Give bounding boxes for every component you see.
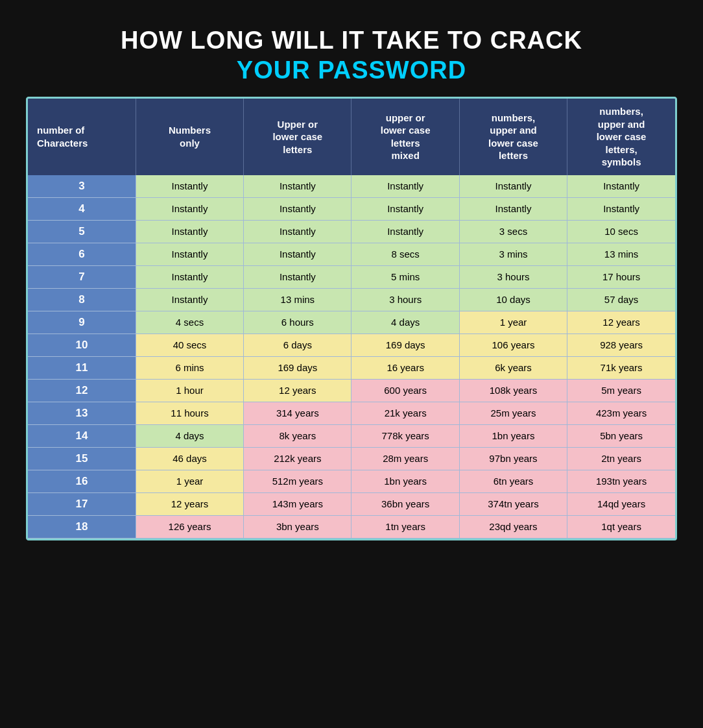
upper-lower-cell: Instantly (244, 220, 352, 243)
upper-lower-cell: 512m years (244, 470, 352, 492)
all-cell: 193tn years (567, 470, 675, 492)
upper-lower-cell: 314 years (244, 402, 352, 424)
char-count-cell: 10 (28, 334, 136, 356)
upper-lower-cell: 6 hours (244, 311, 352, 334)
all-cell: 2tn years (567, 447, 675, 470)
title-line1: HOW LONG WILL IT TAKE TO CRACK (26, 26, 677, 56)
all-cell: 12 years (567, 311, 675, 334)
char-count-cell: 4 (28, 197, 136, 220)
numbers-only-cell: Instantly (136, 243, 243, 265)
mixed-cell: 5 mins (352, 265, 459, 288)
numbers-only-cell: Instantly (136, 265, 243, 288)
upper-lower-cell: 8k years (244, 424, 352, 447)
upper-lower-cell: 13 mins (244, 288, 352, 311)
mixed-cell: 3 hours (352, 288, 459, 311)
mixed-cell: 4 days (352, 311, 459, 334)
all-cell: 71k years (567, 356, 675, 379)
table-row: 18126 years3bn years1tn years23qd years1… (28, 515, 675, 538)
mixed-cell: 1bn years (352, 470, 459, 492)
char-count-cell: 12 (28, 379, 136, 402)
numbers-only-cell: 4 days (136, 424, 243, 447)
table-row: 8Instantly13 mins3 hours10 days57 days (28, 288, 675, 311)
mixed-cell: 21k years (352, 402, 459, 424)
numbers-upper-lower-cell: 108k years (459, 379, 567, 402)
all-cell: Instantly (567, 197, 675, 220)
numbers-upper-lower-cell: 1bn years (459, 424, 567, 447)
header-all: numbers,upper andlower caseletters,symbo… (567, 99, 675, 175)
table-row: 121 hour12 years600 years108k years5m ye… (28, 379, 675, 402)
char-count-cell: 8 (28, 288, 136, 311)
page-title: HOW LONG WILL IT TAKE TO CRACK YOUR PASS… (26, 26, 677, 85)
mixed-cell: 16 years (352, 356, 459, 379)
numbers-only-cell: 11 hours (136, 402, 243, 424)
char-count-cell: 6 (28, 243, 136, 265)
password-table: number ofCharacters Numbersonly Upper or… (28, 99, 675, 539)
all-cell: 1qt years (567, 515, 675, 538)
char-count-cell: 16 (28, 470, 136, 492)
table-row: 94 secs6 hours4 days1 year12 years (28, 311, 675, 334)
all-cell: 14qd years (567, 492, 675, 515)
table-header-row: number ofCharacters Numbersonly Upper or… (28, 99, 675, 175)
mixed-cell: Instantly (352, 197, 459, 220)
mixed-cell: 169 days (352, 334, 459, 356)
all-cell: 5bn years (567, 424, 675, 447)
header-numbers-upper-lower: numbers,upper andlower caseletters (459, 99, 567, 175)
all-cell: Instantly (567, 175, 675, 198)
upper-lower-cell: 169 days (244, 356, 352, 379)
table-row: 1311 hours314 years21k years25m years423… (28, 402, 675, 424)
char-count-cell: 18 (28, 515, 136, 538)
numbers-only-cell: 1 year (136, 470, 243, 492)
table-row: 1546 days212k years28m years97bn years2t… (28, 447, 675, 470)
numbers-only-cell: 126 years (136, 515, 243, 538)
numbers-only-cell: 12 years (136, 492, 243, 515)
upper-lower-cell: Instantly (244, 197, 352, 220)
numbers-only-cell: 46 days (136, 447, 243, 470)
numbers-upper-lower-cell: Instantly (459, 197, 567, 220)
upper-lower-cell: Instantly (244, 243, 352, 265)
numbers-only-cell: Instantly (136, 175, 243, 198)
table-row: 144 days8k years778k years1bn years5bn y… (28, 424, 675, 447)
upper-lower-cell: 6 days (244, 334, 352, 356)
page-container: HOW LONG WILL IT TAKE TO CRACK YOUR PASS… (13, 13, 690, 560)
table-row: 116 mins169 days16 years6k years71k year… (28, 356, 675, 379)
mixed-cell: Instantly (352, 220, 459, 243)
char-count-cell: 14 (28, 424, 136, 447)
all-cell: 423m years (567, 402, 675, 424)
table-row: 1712 years143m years36bn years374tn year… (28, 492, 675, 515)
table-row: 5InstantlyInstantlyInstantly3 secs10 sec… (28, 220, 675, 243)
mixed-cell: Instantly (352, 175, 459, 198)
all-cell: 17 hours (567, 265, 675, 288)
upper-lower-cell: 12 years (244, 379, 352, 402)
numbers-only-cell: 6 mins (136, 356, 243, 379)
mixed-cell: 28m years (352, 447, 459, 470)
header-upper-lower: Upper orlower caseletters (244, 99, 352, 175)
upper-lower-cell: 212k years (244, 447, 352, 470)
char-count-cell: 17 (28, 492, 136, 515)
numbers-upper-lower-cell: 374tn years (459, 492, 567, 515)
upper-lower-cell: Instantly (244, 175, 352, 198)
char-count-cell: 5 (28, 220, 136, 243)
char-count-cell: 3 (28, 175, 136, 198)
numbers-upper-lower-cell: 3 mins (459, 243, 567, 265)
char-count-cell: 11 (28, 356, 136, 379)
mixed-cell: 36bn years (352, 492, 459, 515)
upper-lower-cell: Instantly (244, 265, 352, 288)
numbers-upper-lower-cell: 10 days (459, 288, 567, 311)
title-line2: YOUR PASSWORD (26, 56, 677, 86)
all-cell: 928 years (567, 334, 675, 356)
char-count-cell: 15 (28, 447, 136, 470)
mixed-cell: 1tn years (352, 515, 459, 538)
numbers-upper-lower-cell: 25m years (459, 402, 567, 424)
header-chars: number ofCharacters (28, 99, 136, 175)
char-count-cell: 9 (28, 311, 136, 334)
table-row: 3InstantlyInstantlyInstantlyInstantlyIns… (28, 175, 675, 198)
numbers-only-cell: 40 secs (136, 334, 243, 356)
header-numbers-only: Numbersonly (136, 99, 243, 175)
numbers-upper-lower-cell: 23qd years (459, 515, 567, 538)
all-cell: 13 mins (567, 243, 675, 265)
header-mixed: upper orlower caselettersmixed (352, 99, 459, 175)
mixed-cell: 600 years (352, 379, 459, 402)
char-count-cell: 7 (28, 265, 136, 288)
all-cell: 10 secs (567, 220, 675, 243)
numbers-only-cell: Instantly (136, 197, 243, 220)
